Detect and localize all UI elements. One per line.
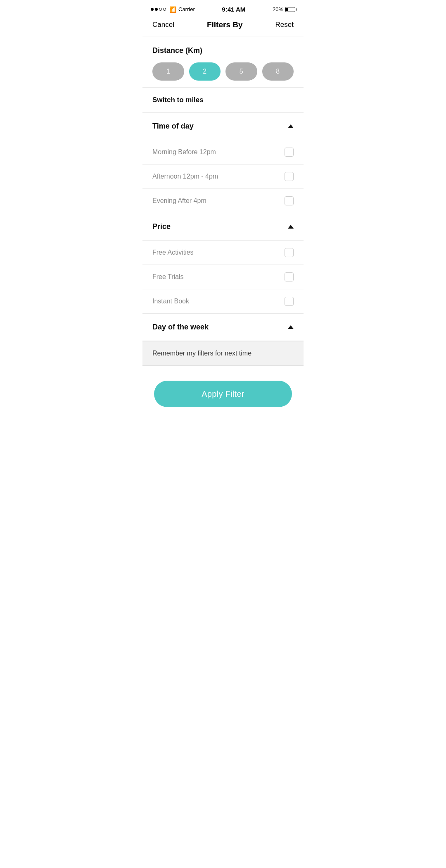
carrier-label: Carrier — [178, 6, 195, 12]
distance-pill-5km[interactable]: 5 — [225, 62, 257, 81]
filter-item-free-trials[interactable]: Free Trials — [142, 265, 304, 289]
distance-pill-2km[interactable]: 2 — [189, 62, 221, 81]
time-of-day-chevron-icon — [288, 124, 294, 128]
free-activities-label: Free Activities — [152, 249, 194, 256]
distance-title: Distance (Km) — [152, 46, 294, 55]
status-left: 📶 Carrier — [151, 6, 195, 13]
day-of-week-section: Day of the week — [142, 314, 304, 341]
signal-dot-3 — [159, 8, 162, 11]
day-of-week-header[interactable]: Day of the week — [142, 314, 304, 341]
signal-dots — [151, 8, 166, 11]
price-section: Price Free Activities Free Trials Instan… — [142, 213, 304, 314]
distance-pill-1km[interactable]: 1 — [152, 62, 184, 81]
battery-percentage: 20% — [273, 6, 283, 12]
status-right: 20% — [273, 6, 295, 12]
filter-item-evening[interactable]: Evening After 4pm — [142, 188, 304, 213]
apply-button-wrapper: Apply Filter — [142, 366, 304, 422]
price-header[interactable]: Price — [142, 213, 304, 240]
filter-content: Distance (Km) 1 2 5 8 Switch to miles Ti… — [142, 36, 304, 422]
distance-pill-8km[interactable]: 8 — [262, 62, 294, 81]
time-of-day-header[interactable]: Time of day — [142, 113, 304, 140]
distance-pills: 1 2 5 8 — [152, 62, 294, 81]
afternoon-label: Afternoon 12pm - 4pm — [152, 173, 218, 180]
afternoon-checkbox[interactable] — [285, 172, 294, 181]
cancel-button[interactable]: Cancel — [152, 21, 174, 29]
filter-item-morning[interactable]: Morning Before 12pm — [142, 140, 304, 164]
apply-filter-button[interactable]: Apply Filter — [154, 381, 292, 407]
evening-label: Evening After 4pm — [152, 197, 206, 205]
time-of-day-title: Time of day — [152, 122, 194, 131]
nav-header: Cancel Filters By Reset — [142, 16, 304, 36]
page-title: Filters By — [207, 20, 243, 29]
status-bar: 📶 Carrier 9:41 AM 20% — [142, 0, 304, 16]
remember-filters-label: Remember my filters for next time — [152, 350, 251, 357]
distance-section: Distance (Km) 1 2 5 8 — [142, 36, 304, 88]
morning-label: Morning Before 12pm — [152, 148, 216, 156]
day-of-week-title: Day of the week — [152, 323, 209, 331]
reset-button[interactable]: Reset — [275, 21, 294, 29]
filter-item-afternoon[interactable]: Afternoon 12pm - 4pm — [142, 164, 304, 188]
free-trials-checkbox[interactable] — [285, 272, 294, 281]
remember-filters-bar[interactable]: Remember my filters for next time — [142, 341, 304, 366]
price-chevron-icon — [288, 225, 294, 229]
instant-book-label: Instant Book — [152, 298, 189, 305]
filter-item-free-activities[interactable]: Free Activities — [142, 240, 304, 265]
signal-dot-2 — [155, 8, 158, 11]
evening-checkbox[interactable] — [285, 196, 294, 205]
free-trials-label: Free Trials — [152, 273, 184, 281]
instant-book-checkbox[interactable] — [285, 297, 294, 306]
battery-fill — [286, 8, 288, 11]
free-activities-checkbox[interactable] — [285, 248, 294, 257]
filter-item-instant-book[interactable]: Instant Book — [142, 289, 304, 313]
battery-icon — [285, 7, 295, 12]
time-of-day-section: Time of day Morning Before 12pm Afternoo… — [142, 113, 304, 213]
morning-checkbox[interactable] — [285, 148, 294, 157]
battery-body — [285, 7, 295, 12]
status-time: 9:41 AM — [222, 6, 245, 13]
day-of-week-chevron-icon — [288, 325, 294, 329]
price-title: Price — [152, 222, 171, 231]
switch-to-miles[interactable]: Switch to miles — [142, 88, 304, 113]
wifi-icon: 📶 — [169, 6, 176, 13]
signal-dot-1 — [151, 8, 154, 11]
signal-dot-4 — [163, 8, 166, 11]
